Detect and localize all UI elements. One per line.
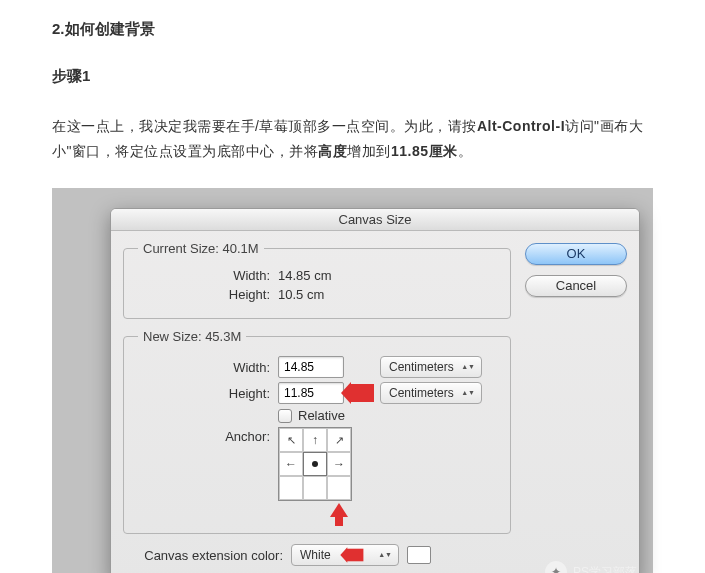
watermark-text: PS学习部落 bbox=[573, 564, 637, 573]
paragraph-text: 在这一点上，我决定我需要在手/草莓顶部多一点空间。为此，请按 bbox=[52, 118, 477, 134]
anchor-cell[interactable] bbox=[327, 476, 351, 500]
new-height-label: Height: bbox=[138, 386, 278, 401]
bold-value: 11.85厘米 bbox=[391, 143, 458, 159]
current-width-value: 14.85 cm bbox=[278, 268, 331, 283]
paragraph-text: 。 bbox=[458, 143, 473, 159]
new-width-input[interactable] bbox=[278, 356, 344, 378]
paragraph-text: 增加到 bbox=[347, 143, 391, 159]
anchor-arrow-ne-icon[interactable]: ↗ bbox=[327, 428, 351, 452]
relative-label: Relative bbox=[298, 408, 345, 423]
ok-button[interactable]: OK bbox=[525, 243, 627, 265]
paragraph: 在这一点上，我决定我需要在手/草莓顶部多一点空间。为此，请按Alt-Contro… bbox=[52, 114, 653, 164]
anchor-center[interactable] bbox=[303, 452, 327, 476]
chevron-updown-icon: ▲▼ bbox=[461, 390, 475, 396]
current-size-legend: Current Size: 40.1M bbox=[138, 241, 264, 256]
anchor-grid[interactable]: ↖ ↑ ↗ ← → bbox=[278, 427, 352, 501]
anchor-arrow-n-icon[interactable]: ↑ bbox=[303, 428, 327, 452]
width-unit-select[interactable]: Centimeters ▲▼ bbox=[380, 356, 482, 378]
extension-color-label: Canvas extension color: bbox=[123, 548, 283, 563]
annotation-arrow-icon bbox=[350, 384, 374, 402]
new-height-input[interactable] bbox=[278, 382, 344, 404]
anchor-cell[interactable] bbox=[279, 476, 303, 500]
anchor-arrow-w-icon[interactable]: ← bbox=[279, 452, 303, 476]
anchor-arrow-nw-icon[interactable]: ↖ bbox=[279, 428, 303, 452]
current-height-value: 10.5 cm bbox=[278, 287, 324, 302]
watermark-icon: ✦ bbox=[545, 561, 567, 573]
canvas-size-dialog: Canvas Size Current Size: 40.1M Width: 1… bbox=[110, 208, 640, 573]
current-size-group: Current Size: 40.1M Width: 14.85 cm Heig… bbox=[123, 241, 511, 319]
keyboard-shortcut: Alt-Control-I bbox=[477, 118, 565, 134]
annotation-arrow-icon bbox=[347, 549, 364, 562]
watermark: ✦ PS学习部落 bbox=[545, 561, 637, 573]
screenshot: Canvas Size Current Size: 40.1M Width: 1… bbox=[52, 188, 653, 573]
chevron-updown-icon: ▲▼ bbox=[461, 364, 475, 370]
bold-term: 高度 bbox=[318, 143, 347, 159]
height-unit-value: Centimeters bbox=[389, 386, 454, 400]
extension-color-value: White bbox=[300, 548, 331, 562]
cancel-button[interactable]: Cancel bbox=[525, 275, 627, 297]
anchor-cell[interactable] bbox=[303, 476, 327, 500]
anchor-dot-icon bbox=[312, 461, 318, 467]
annotation-arrow-up-icon bbox=[330, 503, 348, 517]
current-width-label: Width: bbox=[138, 268, 278, 283]
current-height-label: Height: bbox=[138, 287, 278, 302]
new-size-group: New Size: 45.3M Width: Centimeters ▲▼ He… bbox=[123, 329, 511, 534]
extension-color-select[interactable]: White ▲▼ bbox=[291, 544, 399, 566]
section-heading: 2.如何创建背景 bbox=[52, 20, 653, 39]
width-unit-value: Centimeters bbox=[389, 360, 454, 374]
anchor-arrow-e-icon[interactable]: → bbox=[327, 452, 351, 476]
relative-checkbox[interactable] bbox=[278, 409, 292, 423]
new-width-label: Width: bbox=[138, 360, 278, 375]
step-label: 步骤1 bbox=[52, 67, 653, 86]
height-unit-select[interactable]: Centimeters ▲▼ bbox=[380, 382, 482, 404]
extension-color-swatch[interactable] bbox=[407, 546, 431, 564]
dialog-title: Canvas Size bbox=[111, 209, 639, 231]
chevron-updown-icon: ▲▼ bbox=[378, 552, 392, 558]
anchor-label: Anchor: bbox=[138, 427, 278, 444]
new-size-legend: New Size: 45.3M bbox=[138, 329, 246, 344]
